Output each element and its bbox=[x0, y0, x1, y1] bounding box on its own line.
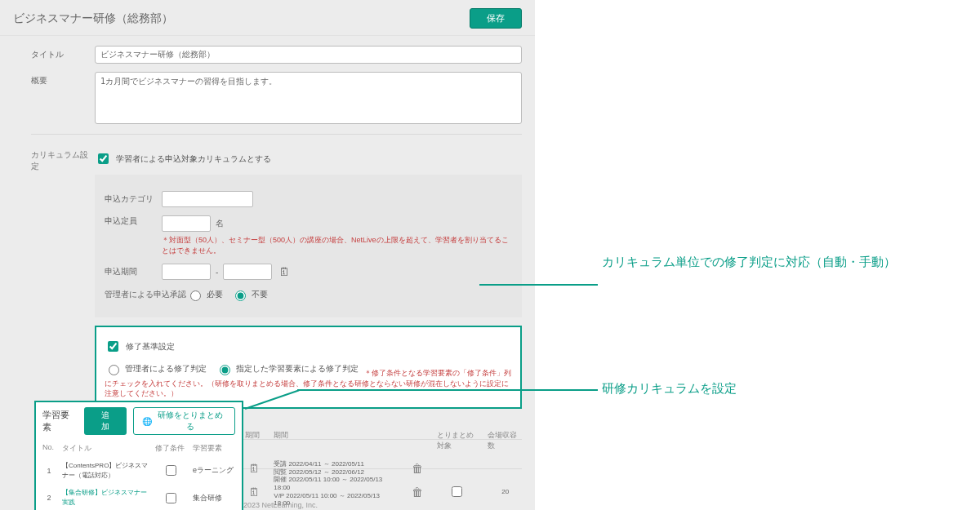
completion-checkbox[interactable] bbox=[108, 341, 118, 352]
period-label: 申込期間 bbox=[105, 266, 162, 277]
cond-checkbox[interactable] bbox=[166, 493, 176, 503]
completion-checkbox-row[interactable]: 修了基準設定 bbox=[105, 339, 512, 354]
callout-text: 研修カリキュラムを設定 bbox=[602, 381, 737, 397]
capacity-input[interactable] bbox=[162, 215, 211, 232]
callout-line bbox=[479, 284, 598, 286]
approval-need-radio[interactable] bbox=[190, 290, 201, 301]
completion-criteria-box: 修了基準設定 管理者による修了判定 指定した学習要素による修了判定 ＊修了条件と… bbox=[95, 326, 522, 409]
learning-table-extended: 期間 期間 とりまとめ対象 会場収容数 🗓 受講 2022/04/11 ～ 20… bbox=[245, 430, 523, 503]
save-button[interactable]: 保存 bbox=[470, 8, 522, 29]
delete-icon[interactable]: 🗑 bbox=[408, 462, 425, 475]
page-title: ビジネスマナー研修（総務部） bbox=[13, 11, 173, 26]
title-label: タイトル bbox=[31, 46, 95, 60]
divider bbox=[31, 134, 522, 135]
table-row: 1 【ContentsPRO】ビジネスマナー（電話対応） eラーニング bbox=[42, 457, 235, 484]
calendar-icon: 🗓 bbox=[245, 462, 262, 475]
summary-textarea[interactable] bbox=[95, 72, 522, 124]
cond-checkbox[interactable] bbox=[166, 465, 176, 476]
category-input[interactable] bbox=[162, 191, 253, 207]
summarize-button[interactable]: 🌐 研修をとりまとめる bbox=[133, 407, 236, 435]
approval-need-row[interactable]: 必要 bbox=[186, 288, 223, 301]
applicant-checkbox-row[interactable]: 学習者による申込対象カリキュラムとする bbox=[95, 151, 522, 166]
completion-manual-radio[interactable] bbox=[109, 365, 119, 375]
callout-text: カリキュラム単位での修了判定に対応（自動・手動） bbox=[602, 255, 896, 270]
capacity-suffix: 名 bbox=[216, 218, 224, 229]
approval-notneed-row[interactable]: 不要 bbox=[231, 288, 268, 301]
callout-line bbox=[297, 389, 598, 391]
completion-checkbox-label: 修了基準設定 bbox=[126, 341, 175, 353]
period-start-input[interactable] bbox=[162, 264, 211, 280]
learning-elements-box: 学習要素 追加 🌐 研修をとりまとめる No. タイトル 修了条件 学習要素 1… bbox=[34, 401, 243, 510]
add-button[interactable]: 追加 bbox=[84, 407, 127, 435]
applicant-checkbox-label: 学習者による申込対象カリキュラムとする bbox=[116, 153, 271, 165]
application-subbox: 申込カテゴリ 申込定員 名 ＊対面型（50人）、セミナー型（500人）の講座の場… bbox=[95, 175, 522, 317]
applicant-checkbox[interactable] bbox=[98, 153, 109, 164]
approval-notneed-radio[interactable] bbox=[235, 290, 246, 301]
row-title-link[interactable]: 【集合研修】ビジネスマナー実践 bbox=[62, 489, 147, 506]
calendar-icon: 🗓 bbox=[245, 486, 262, 499]
title-input[interactable] bbox=[95, 46, 522, 64]
category-label: 申込カテゴリ bbox=[105, 193, 162, 205]
summary-label: 概要 bbox=[31, 72, 95, 86]
calendar-icon[interactable]: 🗓 bbox=[278, 265, 290, 278]
period-end-input[interactable] bbox=[223, 264, 272, 280]
completion-auto-row[interactable]: 指定した学習要素による修了判定 bbox=[216, 362, 359, 375]
learning-elements-title: 学習要素 bbox=[42, 409, 78, 433]
target-checkbox[interactable] bbox=[452, 486, 462, 497]
curriculum-section-label: カリキュラム設定 bbox=[31, 146, 95, 172]
completion-manual-row[interactable]: 管理者による修了判定 bbox=[105, 362, 207, 375]
capacity-label: 申込定員 bbox=[105, 215, 162, 227]
delete-icon[interactable]: 🗑 bbox=[408, 486, 425, 499]
completion-auto-radio[interactable] bbox=[220, 365, 230, 375]
approval-label: 管理者による申込承認 bbox=[105, 289, 186, 300]
capacity-hint: ＊対面型（50人）、セミナー型（500人）の講座の場合、NetLiveの上限を超… bbox=[162, 235, 512, 255]
globe-icon: 🌐 bbox=[142, 417, 152, 426]
table-row: 2 【集合研修】ビジネスマナー実践 集合研修 bbox=[42, 484, 235, 510]
header: ビジネスマナー研修（総務部） 保存 bbox=[0, 0, 535, 36]
